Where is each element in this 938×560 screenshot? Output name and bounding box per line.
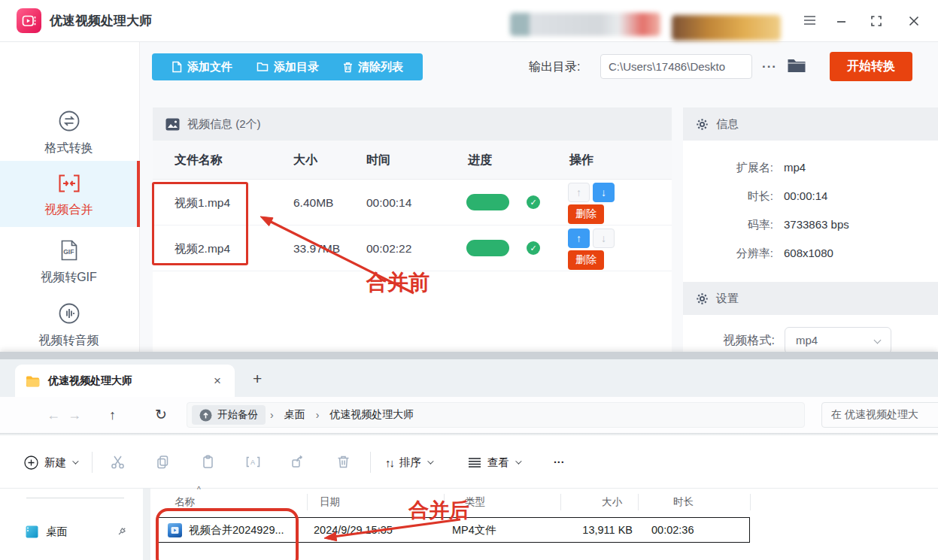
address-bar[interactable]: 开始备份 › 桌面 › 优速视频处理大师	[187, 402, 805, 428]
file-size: 6.40MB	[293, 180, 333, 226]
app-logo-icon	[17, 8, 41, 33]
explorer-tab[interactable]: 优速视频处理大师 ×	[15, 365, 235, 397]
sort-button-label: 排序	[399, 456, 421, 470]
sidebar-item-desktop[interactable]: 桌面	[11, 519, 135, 544]
breadcrumb-root[interactable]: 开始备份	[192, 405, 266, 425]
cut-icon[interactable]	[110, 454, 126, 470]
breadcrumb-separator: ›	[269, 409, 275, 421]
clear-list-button[interactable]: 清除列表	[334, 60, 412, 74]
check-circle-icon: ✓	[527, 195, 540, 209]
sidebar-item-video-to-gif[interactable]: GIF 视频转GIF	[0, 236, 138, 286]
move-up-button[interactable]: ↑	[568, 183, 590, 202]
breadcrumb-current-folder[interactable]: 优速视频处理大师	[323, 408, 420, 422]
format-convert-icon	[58, 110, 80, 132]
panel-title: 视频信息 (2个)	[187, 117, 261, 132]
file-type: MP4文件	[452, 518, 496, 542]
plus-circle-icon	[24, 456, 38, 470]
column-divider[interactable]	[560, 494, 561, 510]
column-divider[interactable]	[307, 494, 308, 510]
video-info-header: 视频信息 (2个)	[153, 107, 672, 141]
info-panel: 信息 扩展名:mp4 时长:00:00:14 码率:3733863 bps 分辨…	[683, 107, 938, 359]
open-folder-button[interactable]	[787, 57, 806, 74]
back-button[interactable]: ←	[47, 397, 60, 433]
mp4-file-icon	[168, 523, 182, 537]
video-format-select[interactable]: mp4	[785, 327, 891, 354]
sidebar-scrollbar[interactable]	[143, 489, 150, 560]
new-button[interactable]: 新建	[24, 436, 77, 489]
paste-icon[interactable]	[200, 454, 216, 470]
view-button[interactable]: 查看	[468, 436, 520, 489]
info-header: 信息	[683, 107, 938, 141]
new-button-label: 新建	[44, 456, 66, 470]
file-time: 00:00:14	[366, 180, 411, 226]
check-circle-icon: ✓	[527, 241, 540, 255]
move-down-button[interactable]: ↓	[593, 183, 615, 202]
delete-icon[interactable]	[335, 454, 351, 470]
sidebar-item-label: 视频合并	[0, 202, 138, 218]
copy-icon[interactable]	[155, 454, 171, 470]
app-titlebar: 优速视频处理大师	[0, 0, 938, 42]
maximize-button[interactable]	[864, 10, 888, 32]
col-progress: 进度	[468, 141, 492, 180]
move-up-button[interactable]: ↑	[568, 229, 590, 248]
col-duration[interactable]: 时长	[673, 492, 694, 513]
delete-button[interactable]: 删除	[568, 204, 604, 224]
search-input[interactable]	[821, 402, 938, 428]
sidebar-item-video-to-audio[interactable]: 视频转音频	[0, 299, 138, 349]
gif-file-icon: GIF	[59, 239, 80, 262]
col-type[interactable]: 类型	[465, 492, 485, 513]
breadcrumb-separator: ›	[314, 409, 321, 421]
explorer-window: 优速视频处理大师 × + ← → ↑ ↻ 开始备份 › 桌面 › 优速视频处理	[0, 352, 938, 560]
table-row[interactable]: 视频1.mp4 6.40MB 00:00:14 ✓ ↑ ↓ 删除	[153, 180, 672, 226]
refresh-button[interactable]: ↻	[155, 397, 167, 433]
svg-text:A: A	[250, 459, 255, 466]
file-time: 00:02:22	[366, 226, 411, 271]
sidebar-item-video-merge[interactable]: 视频合并	[0, 161, 138, 227]
sidebar-item-label: 视频转音频	[0, 333, 138, 349]
up-button[interactable]: ↑	[109, 397, 116, 433]
sidebar-item-format-convert[interactable]: 格式转换	[0, 107, 138, 158]
progress-bar	[466, 240, 509, 256]
move-down-button[interactable]: ↓	[593, 229, 615, 248]
col-time: 时间	[366, 141, 390, 180]
file-icon	[172, 61, 182, 73]
col-name[interactable]: 名称	[175, 492, 195, 513]
browse-more-button[interactable]: ···	[758, 54, 781, 79]
sort-button[interactable]: ↑↓ 排序	[385, 436, 432, 489]
close-button[interactable]	[902, 10, 926, 32]
start-convert-button[interactable]: 开始转换	[830, 52, 912, 81]
add-file-button[interactable]: 添加文件	[162, 60, 241, 74]
table-row[interactable]: 视频2.mp4 33.97MB 00:02:22 ✓ ↑ ↓ 删除	[153, 226, 672, 271]
column-divider[interactable]	[750, 494, 751, 510]
output-dir-input[interactable]	[600, 54, 752, 79]
menu-icon[interactable]	[803, 15, 816, 26]
rename-icon[interactable]: A	[245, 454, 261, 470]
more-options-button[interactable]: ···	[554, 436, 565, 489]
tab-close-icon[interactable]: ×	[211, 374, 224, 389]
app-window: 优速视频处理大师	[0, 0, 938, 359]
cloud-backup-icon	[199, 409, 212, 422]
file-duration: 00:02:36	[651, 518, 694, 542]
explorer-addressbar-row: ← → ↑ ↻ 开始备份 › 桌面 › 优速视频处理大师	[0, 397, 938, 433]
redacted-user-name	[672, 15, 781, 41]
info-field: 扩展名:mp4	[683, 157, 938, 178]
info-field: 分辨率:608x1080	[683, 243, 938, 264]
col-date[interactable]: 日期	[320, 492, 340, 513]
view-list-icon	[468, 457, 481, 468]
gear-icon	[696, 292, 709, 305]
column-divider[interactable]	[444, 494, 445, 510]
share-icon[interactable]	[290, 454, 306, 470]
add-folder-button[interactable]: 添加目录	[247, 60, 328, 74]
file-row-selected[interactable]: 视频合并2024929... 2024/9/29 15:35 MP4文件 13,…	[158, 517, 750, 543]
folder-icon	[26, 375, 40, 387]
column-divider[interactable]	[638, 494, 639, 510]
new-tab-button[interactable]: +	[247, 368, 268, 389]
breadcrumb-desktop[interactable]: 桌面	[278, 408, 311, 422]
chevron-down-icon	[72, 458, 78, 464]
delete-button[interactable]: 删除	[568, 250, 604, 270]
col-size[interactable]: 大小	[602, 492, 622, 513]
minimize-button[interactable]	[829, 10, 853, 32]
sidebar-item-label: 格式转换	[0, 141, 138, 156]
forward-button[interactable]: →	[68, 397, 81, 433]
file-name: 视频1.mp4	[175, 180, 230, 226]
